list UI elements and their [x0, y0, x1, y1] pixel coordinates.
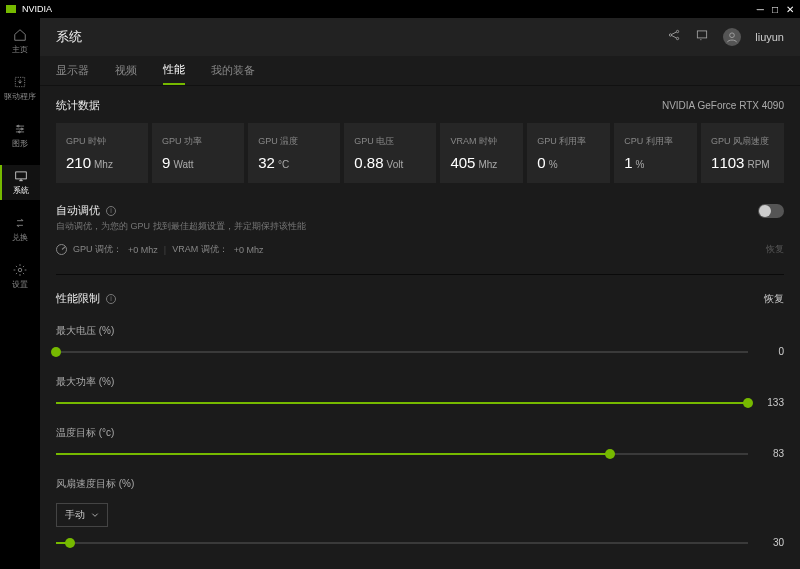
divider [56, 274, 784, 275]
stat-gpu-clock: GPU 时钟 210Mhz [56, 123, 148, 183]
header: 系统 liuyun [40, 18, 800, 56]
auto-tune-description: 自动调优，为您的 GPU 找到最佳超频设置，并定期保持该性能 [56, 220, 784, 233]
svg-rect-4 [16, 172, 27, 179]
auto-tune-section: 自动调优 i 自动调优，为您的 GPU 找到最佳超频设置，并定期保持该性能 GP… [56, 203, 784, 256]
sidebar-item-system[interactable]: 系统 [0, 165, 40, 200]
perf-limits-header: 性能限制 i 恢复 [56, 291, 784, 306]
gpu-name: NVIDIA GeForce RTX 4090 [662, 100, 784, 111]
fan-mode-label: 手动 [65, 508, 85, 522]
svg-point-8 [677, 37, 679, 39]
slider-track[interactable] [56, 453, 748, 455]
svg-point-10 [730, 33, 735, 38]
maximize-button[interactable]: □ [772, 4, 778, 15]
sidebar-item-home[interactable]: 主页 [0, 24, 40, 59]
minimize-button[interactable]: ─ [757, 4, 764, 15]
stat-unit: Mhz [94, 159, 113, 170]
auto-tune-restore-button[interactable]: 恢复 [766, 243, 784, 256]
statistics-header: 统计数据 NVIDIA GeForce RTX 4090 [56, 98, 784, 113]
stat-value: 210 [66, 154, 91, 171]
tab-display[interactable]: 显示器 [56, 57, 89, 84]
stats-grid: GPU 时钟 210Mhz GPU 功率 9Watt GPU 温度 32°C G… [56, 123, 784, 183]
close-button[interactable]: ✕ [786, 4, 794, 15]
gpu-tune-value: +0 Mhz [128, 245, 158, 255]
slider-max-voltage: 最大电压 (%) 0 [56, 324, 784, 357]
home-icon [13, 28, 27, 42]
stat-label: VRAM 时钟 [450, 135, 513, 148]
stat-fan-speed: GPU 风扇速度 1103RPM [701, 123, 784, 183]
sidebar-item-label: 主页 [12, 44, 28, 55]
perf-restore-button[interactable]: 恢复 [764, 292, 784, 306]
vram-tune-value: +0 Mhz [234, 245, 264, 255]
stat-value: 405 [450, 154, 475, 171]
slider-value: 83 [758, 448, 784, 459]
sidebar-item-settings[interactable]: 设置 [0, 259, 40, 294]
sidebar-item-redeem[interactable]: 兑换 [0, 212, 40, 247]
stat-unit: % [636, 159, 645, 170]
slider-thumb[interactable] [65, 538, 75, 548]
fan-mode-dropdown[interactable]: 手动 [56, 503, 108, 527]
slider-thumb[interactable] [605, 449, 615, 459]
tabs: 显示器 视频 性能 我的装备 [40, 56, 800, 86]
page-title: 系统 [56, 28, 82, 46]
slider-track[interactable] [56, 351, 748, 353]
stat-cpu-util: CPU 利用率 1% [614, 123, 697, 183]
auto-tune-toggle[interactable] [758, 204, 784, 218]
stat-vram-clock: VRAM 时钟 405Mhz [440, 123, 523, 183]
notification-icon[interactable] [695, 28, 709, 46]
username: liuyun [755, 31, 784, 43]
sidebar-item-graphics[interactable]: 图形 [0, 118, 40, 153]
slider-label: 最大功率 (%) [56, 375, 784, 389]
svg-point-7 [677, 30, 679, 32]
gauge-icon [56, 244, 67, 255]
content: 统计数据 NVIDIA GeForce RTX 4090 GPU 时钟 210M… [40, 86, 800, 569]
stat-unit: Mhz [478, 159, 497, 170]
info-icon[interactable]: i [106, 294, 116, 304]
sidebar-item-label: 驱动程序 [4, 91, 36, 102]
stat-gpu-util: GPU 利用率 0% [527, 123, 610, 183]
slider-value: 30 [758, 537, 784, 548]
svg-point-6 [670, 34, 672, 36]
vram-tune-label: VRAM 调优： [172, 243, 228, 256]
slider-temp-target: 温度目标 (°c) 83 [56, 426, 784, 459]
slider-track[interactable] [56, 542, 748, 544]
stat-unit: % [549, 159, 558, 170]
stat-unit: Watt [173, 159, 193, 170]
avatar[interactable] [723, 28, 741, 46]
stat-value: 1103 [711, 154, 744, 171]
stat-unit: °C [278, 159, 289, 170]
statistics-title: 统计数据 [56, 98, 100, 113]
tab-video[interactable]: 视频 [115, 57, 137, 84]
svg-point-5 [18, 268, 22, 272]
stat-unit: Volt [387, 159, 404, 170]
tab-performance[interactable]: 性能 [163, 56, 185, 85]
stat-label: GPU 时钟 [66, 135, 138, 148]
stat-label: GPU 电压 [354, 135, 426, 148]
slider-value: 0 [758, 346, 784, 357]
gear-icon [13, 263, 27, 277]
download-icon [13, 75, 27, 89]
stat-gpu-voltage: GPU 电压 0.88Volt [344, 123, 436, 183]
auto-tune-title: 自动调优 [56, 203, 100, 218]
sidebar: 主页 驱动程序 图形 系统 兑换 设置 [0, 18, 40, 569]
share-icon[interactable] [667, 28, 681, 46]
monitor-icon [14, 169, 28, 183]
sidebar-item-label: 系统 [13, 185, 29, 196]
sidebar-item-label: 兑换 [12, 232, 28, 243]
slider-label: 最大电压 (%) [56, 324, 784, 338]
info-icon[interactable]: i [106, 206, 116, 216]
slider-thumb[interactable] [743, 398, 753, 408]
stat-gpu-power: GPU 功率 9Watt [152, 123, 244, 183]
slider-thumb[interactable] [51, 347, 61, 357]
sidebar-item-drivers[interactable]: 驱动程序 [0, 71, 40, 106]
slider-label: 温度目标 (°c) [56, 426, 784, 440]
stat-label: GPU 温度 [258, 135, 330, 148]
tab-my-rig[interactable]: 我的装备 [211, 57, 255, 84]
sliders-icon [13, 122, 27, 136]
exchange-icon [13, 216, 27, 230]
slider-fan-target: 风扇速度目标 (%) 手动 30 [56, 477, 784, 548]
stat-value: 32 [258, 154, 275, 171]
svg-rect-9 [698, 31, 707, 38]
gpu-tune-label: GPU 调优： [73, 243, 122, 256]
slider-track[interactable] [56, 402, 748, 404]
stat-value: 0 [537, 154, 545, 171]
